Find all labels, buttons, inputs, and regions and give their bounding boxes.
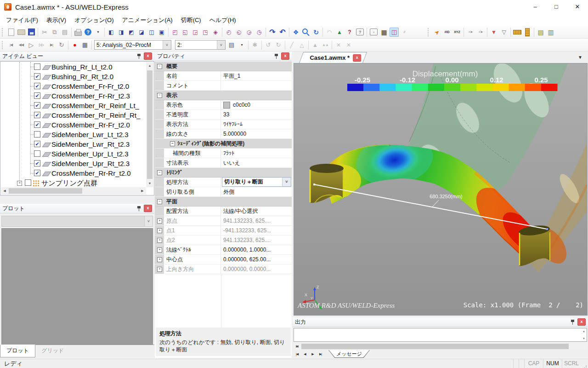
frame-select-arrow-icon[interactable]: ˅ — [217, 40, 225, 49]
maximize-button[interactable]: □ — [546, 0, 567, 14]
close-panel-icon[interactable]: x — [144, 52, 152, 60]
property-row[interactable]: 不透明度33 — [155, 110, 292, 120]
tree-item[interactable]: ✔CrossMember_Fr-Fr_t2.0 — [1, 81, 146, 91]
analysis-select[interactable]: 5: Analysis_02~ProcM˅ — [94, 40, 171, 50]
pick-add-node-icon[interactable]: +➤ — [476, 28, 485, 37]
property-row[interactable]: +中心点0.000000, 625.00... — [155, 255, 292, 264]
checkbox[interactable] — [34, 131, 40, 138]
property-value[interactable]: ﾜｲﾔﾌﾚｰﾑ — [221, 120, 292, 129]
property-value[interactable]: 切り取り＋断面˅ — [222, 177, 291, 187]
view-front-icon[interactable]: ◫ — [147, 28, 156, 37]
first-frame-icon[interactable]: |◀ — [6, 40, 16, 50]
item-tree-hscrollbar[interactable]: ◀ ▶ — [1, 187, 146, 195]
scroll-up-icon[interactable]: ▲ — [146, 62, 153, 69]
resize-grip[interactable] — [581, 359, 588, 368]
property-value[interactable]: 5.000000 — [221, 129, 292, 138]
property-row[interactable]: +上向き方向0.000000, 0.0000... — [155, 264, 292, 274]
refresh-view-icon[interactable]: ↻ — [311, 28, 321, 37]
checkbox[interactable]: ✔ — [34, 73, 40, 80]
view-bottom-icon[interactable]: ◪ — [137, 28, 146, 37]
zoom-region-icon[interactable] — [301, 28, 311, 37]
expand-icon[interactable]: − — [157, 199, 162, 204]
view-left-icon[interactable]: ◧ — [107, 28, 116, 37]
last-frame-icon[interactable]: ▶| — [47, 40, 56, 50]
print-icon[interactable] — [74, 28, 83, 37]
pick-element-icon[interactable]: ➤ — [430, 25, 443, 38]
rotate-view-z-icon[interactable]: ◲ — [191, 28, 200, 37]
property-value[interactable]: 0.000000, 625.00... — [221, 255, 292, 264]
menu-help[interactable]: ヘルプ(H) — [205, 14, 240, 26]
checkbox[interactable] — [34, 63, 40, 70]
msg-prev-icon[interactable]: ◀ — [301, 352, 308, 356]
expand-icon[interactable]: + — [17, 181, 22, 186]
expand-icon[interactable]: − — [157, 170, 162, 175]
property-value[interactable]: -941.132233, 625... — [221, 226, 292, 235]
isometric-view-icon[interactable]: ◈ — [211, 28, 220, 37]
viewport-tab[interactable]: Case1.awmx * x — [299, 52, 367, 63]
property-value[interactable]: ﾌﾗｯﾄ — [221, 149, 292, 158]
expand-icon[interactable]: + — [157, 247, 162, 253]
scroll-up-icon[interactable]: ▲ — [582, 330, 585, 333]
tree-item[interactable]: ✔CrossMember_Rr_Reinf_Rt_ — [1, 110, 146, 120]
record-icon[interactable]: ● — [70, 40, 79, 50]
property-group-row[interactable]: −平面 — [155, 197, 292, 207]
minimize-button[interactable]: – — [525, 0, 546, 14]
model-check-icon[interactable]: ▲ — [335, 28, 344, 37]
measure-height-icon[interactable] — [523, 28, 532, 37]
expand-icon[interactable]: + — [157, 228, 162, 233]
close-panel-icon[interactable]: x — [144, 205, 152, 212]
axis-view-2-icon[interactable]: ◵ — [234, 28, 243, 37]
tree-item[interactable]: ✔SideMenber_Lwr_Rt_t2.3 — [1, 139, 146, 149]
view-top-icon[interactable]: ◩ — [127, 28, 136, 37]
prev-frame-icon[interactable]: ◀◀ — [17, 40, 26, 50]
scroll-thumb[interactable] — [301, 344, 569, 349]
toolbar-more-icon[interactable]: ▾ — [93, 28, 102, 37]
property-group-row[interactable]: −ﾄﾘﾐﾝｸﾞ — [155, 168, 292, 178]
axis-view-3-icon[interactable]: ◶ — [244, 28, 254, 37]
msg-last-icon[interactable]: ▶| — [317, 352, 324, 356]
rotate-view-y-icon[interactable]: ◱ — [181, 28, 190, 37]
property-row[interactable]: +原点941.132233, 625.... — [155, 216, 292, 226]
property-row[interactable]: 切り取る側外側 — [155, 187, 292, 197]
expand-icon[interactable]: + — [157, 257, 162, 262]
pin-icon[interactable] — [571, 320, 575, 325]
analysis-select-arrow-icon[interactable]: ˅ — [163, 40, 171, 49]
expand-icon[interactable]: + — [157, 238, 162, 243]
property-group-row[interactable]: −概要 — [155, 62, 292, 71]
next-frame-icon[interactable]: ▷▷ — [37, 40, 46, 50]
tree-item[interactable]: ✔CrossMember_Rr-Rr_t2.0 — [1, 168, 146, 178]
play-icon[interactable]: ▷ — [27, 40, 36, 50]
view-right-icon[interactable]: ◨ — [117, 28, 126, 37]
expand-icon[interactable]: + — [157, 267, 162, 272]
save-icon[interactable] — [27, 28, 36, 37]
plot-tab-inactive[interactable]: グリッド — [35, 345, 70, 357]
tab-messages[interactable]: メッセージ — [328, 350, 370, 358]
property-row[interactable]: +法線ﾍﾞｸﾄﾙ0.000000, 1.0000... — [155, 245, 292, 255]
expand-icon[interactable]: − — [157, 64, 162, 69]
show-xyz-icon[interactable]: XYZ — [452, 28, 462, 37]
tree-item[interactable]: SideMenber_Lwr_Lt_t2.3 — [1, 130, 146, 139]
mini-window-icon[interactable]: ▫ — [370, 29, 378, 35]
menu-options[interactable]: オプション(O) — [70, 14, 118, 26]
fit-view-icon[interactable]: ❖ — [291, 28, 300, 37]
show-id-icon[interactable]: #ID — [442, 28, 452, 37]
property-value[interactable]: 941.132233, 625.... — [221, 216, 292, 225]
property-row[interactable]: 処理方法切り取り＋断面˅ — [155, 178, 292, 187]
menu-animation[interactable]: アニメーション(A) — [118, 14, 176, 26]
view-back-icon[interactable]: ▣ — [157, 28, 166, 37]
tree-item[interactable]: ✔CrossMember_Fr-Rr_t2.3 — [1, 91, 146, 101]
checkbox[interactable]: ✔ — [34, 121, 40, 128]
section-bucket-2-icon[interactable]: ▥ — [546, 28, 555, 37]
copy-icon[interactable]: ⧉ — [50, 28, 59, 37]
checkbox[interactable]: ✔ — [34, 141, 40, 147]
tree-item[interactable]: Bushing_Rr_Lt_t2.0 — [1, 62, 146, 72]
list-view-icon[interactable]: ▤ — [227, 40, 236, 50]
plot-select[interactable]: ˅ — [1, 216, 153, 227]
help-icon[interactable]: ? — [85, 29, 91, 35]
dropdown-arrow-icon[interactable]: ˅ — [282, 178, 291, 186]
pin-icon[interactable] — [274, 54, 278, 59]
tree-item[interactable]: ✔Bushing_Rr_Rt_t2.0 — [1, 72, 146, 81]
property-row[interactable]: 寸法表示いいえ — [155, 158, 292, 168]
menu-file[interactable]: ファイル(F) — [2, 14, 42, 26]
viewport[interactable]: 680.3250(mm) Z X Y Displacement(mm) -0.2… — [294, 63, 588, 316]
